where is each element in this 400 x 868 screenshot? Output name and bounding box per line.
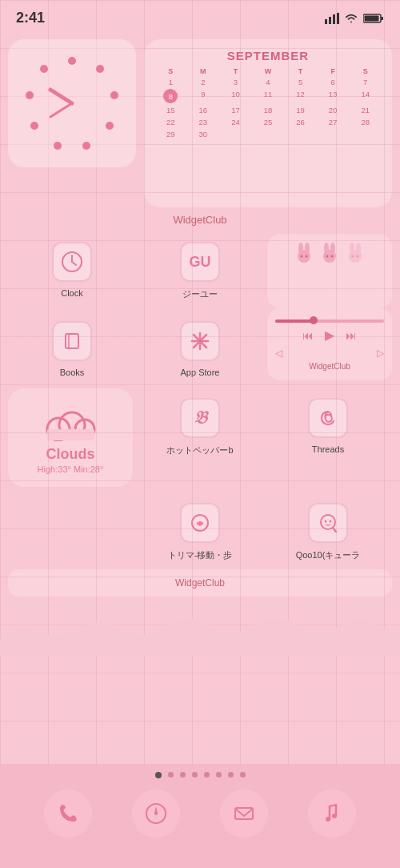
svg-point-14 [26,91,34,99]
dock [0,764,400,868]
signal-icon [325,13,339,24]
svg-point-12 [54,142,62,150]
status-time: 2:41 [16,10,45,26]
wifi-icon [344,13,358,24]
battery-icon [363,13,384,24]
music-progress-fill [275,319,314,323]
svg-point-56 [154,812,158,815]
page-dot-6[interactable] [216,772,222,778]
clock-widget[interactable] [8,39,136,167]
status-bar: 2:41 [0,0,400,31]
page-dot-5[interactable] [204,772,210,778]
status-icons [325,13,384,24]
cloud-wave-bottom [0,608,400,659]
svg-point-7 [68,57,76,65]
music-progress-dot [310,316,318,324]
mail-svg [232,802,256,826]
svg-rect-0 [325,19,327,24]
mail-dock-icon [220,790,268,838]
mail-dock-item[interactable] [220,790,268,838]
svg-rect-5 [381,17,383,20]
phone-svg [56,802,80,826]
svg-line-16 [50,90,72,103]
compass-dock-item[interactable] [132,790,180,838]
svg-point-11 [82,142,90,150]
svg-point-9 [110,91,118,99]
page-dot-4[interactable] [192,772,198,778]
clock-face [20,51,124,155]
dock-icons [0,790,400,838]
svg-point-62 [332,814,337,818]
svg-point-61 [326,817,330,822]
music-progress-bar [275,319,384,323]
page-dot-3[interactable] [180,772,186,778]
page-dots [155,772,246,778]
svg-rect-57 [235,808,253,819]
phone-dock-icon [44,790,92,838]
music-dock-icon [308,790,356,838]
compass-dock-icon [132,790,180,838]
phone-dock-item[interactable] [44,790,92,838]
svg-point-10 [106,122,114,130]
page-dot-8[interactable] [240,772,246,778]
page-dot-7[interactable] [228,772,234,778]
svg-rect-6 [365,15,379,21]
svg-rect-2 [333,14,335,24]
svg-line-17 [50,103,72,117]
cloud-wave-svg [0,608,400,656]
svg-point-8 [96,65,104,73]
page-dot-1[interactable] [155,772,162,778]
compass-svg [144,802,168,826]
svg-rect-3 [337,13,339,24]
svg-point-13 [30,122,38,130]
page-dot-2[interactable] [168,772,174,778]
music-dock-item[interactable] [308,790,356,838]
svg-point-15 [40,65,48,73]
music-svg [320,802,344,826]
svg-rect-1 [329,17,331,24]
